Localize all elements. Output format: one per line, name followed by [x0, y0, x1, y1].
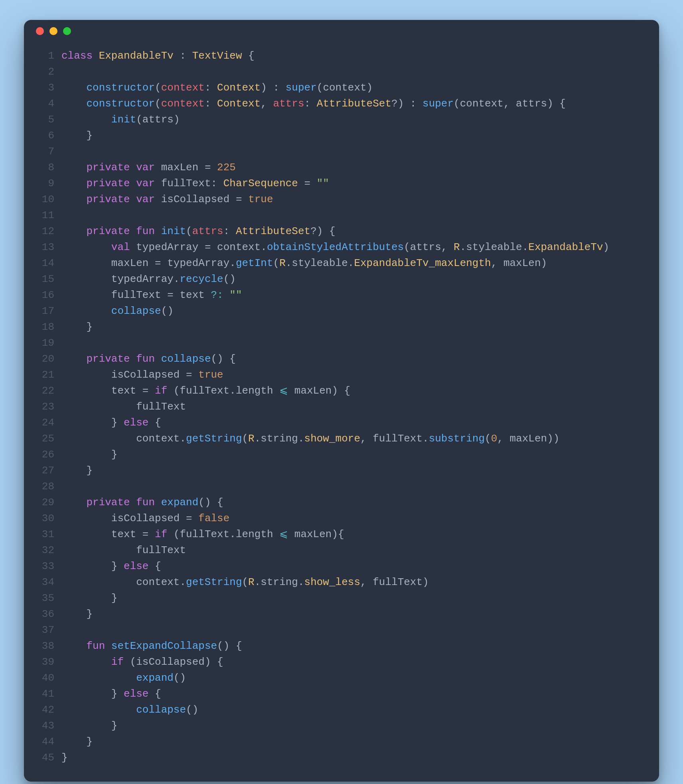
code-line[interactable]: 11 [35, 207, 648, 223]
code-line[interactable]: 42 collapse() [35, 702, 648, 718]
code-content: } [61, 447, 117, 463]
line-number: 5 [35, 112, 61, 128]
line-number: 35 [35, 590, 61, 606]
line-number: 3 [35, 80, 61, 96]
code-line[interactable]: 34 context.getString(R.string.show_less,… [35, 574, 648, 590]
code-line[interactable]: 24 } else { [35, 415, 648, 431]
line-number: 40 [35, 670, 61, 686]
code-line[interactable]: 3 constructor(context: Context) : super(… [35, 80, 648, 96]
zoom-icon[interactable] [63, 27, 71, 35]
code-content: } else { [61, 558, 161, 574]
code-content: fullText = text ?: "" [61, 287, 242, 303]
line-number: 31 [35, 526, 61, 542]
code-line[interactable]: 37 [35, 622, 648, 638]
code-line[interactable]: 20 private fun collapse() { [35, 351, 648, 367]
stage: 1class ExpandableTv : TextView {2 3 cons… [0, 0, 683, 784]
code-content: init(attrs) [61, 112, 180, 128]
code-line[interactable]: 13 val typedArray = context.obtainStyled… [35, 239, 648, 255]
code-content [61, 64, 68, 80]
code-line[interactable]: 25 context.getString(R.string.show_more,… [35, 431, 648, 447]
close-icon[interactable] [36, 27, 44, 35]
code-content: private var fullText: CharSequence = "" [61, 175, 329, 191]
code-line[interactable]: 12 private fun init(attrs: AttributeSet?… [35, 223, 648, 239]
code-line[interactable]: 8 private var maxLen = 225 [35, 160, 648, 175]
code-line[interactable]: 32 fullText [35, 542, 648, 558]
code-line[interactable]: 30 isCollapsed = false [35, 510, 648, 526]
code-line[interactable]: 19 [35, 335, 648, 351]
code-content: typedArray.recycle() [61, 271, 236, 287]
code-line[interactable]: 2 [35, 64, 648, 80]
line-number: 32 [35, 542, 61, 558]
code-content: maxLen = typedArray.getInt(R.styleable.E… [61, 255, 547, 271]
code-line[interactable]: 22 text = if (fullText.length ⩽ maxLen) … [35, 383, 648, 399]
code-window: 1class ExpandableTv : TextView {2 3 cons… [24, 20, 659, 782]
line-number: 43 [35, 718, 61, 734]
code-content: class ExpandableTv : TextView { [61, 48, 255, 64]
code-content: private var maxLen = 225 [61, 160, 236, 175]
code-line[interactable]: 36 } [35, 606, 648, 622]
line-number: 44 [35, 734, 61, 750]
code-line[interactable]: 10 private var isCollapsed = true [35, 191, 648, 207]
line-number: 2 [35, 64, 61, 80]
line-number: 23 [35, 399, 61, 415]
code-line[interactable]: 23 fullText [35, 399, 648, 415]
code-line[interactable]: 4 constructor(context: Context, attrs: A… [35, 96, 648, 112]
line-number: 21 [35, 367, 61, 383]
line-number: 4 [35, 96, 61, 112]
code-content: private fun expand() { [61, 494, 223, 510]
code-content: isCollapsed = false [61, 510, 229, 526]
code-line[interactable]: 6 } [35, 128, 648, 144]
code-line[interactable]: 44 } [35, 734, 648, 750]
code-content: } else { [61, 686, 161, 702]
line-number: 45 [35, 750, 61, 766]
code-line[interactable]: 18 } [35, 319, 648, 335]
code-line[interactable]: 43 } [35, 718, 648, 734]
code-line[interactable]: 33 } else { [35, 558, 648, 574]
code-content: } [61, 734, 93, 750]
code-content: context.getString(R.string.show_more, fu… [61, 431, 559, 447]
code-line[interactable]: 26 } [35, 447, 648, 463]
line-number: 17 [35, 303, 61, 319]
code-line[interactable]: 16 fullText = text ?: "" [35, 287, 648, 303]
code-line[interactable]: 14 maxLen = typedArray.getInt(R.styleabl… [35, 255, 648, 271]
code-line[interactable]: 1class ExpandableTv : TextView { [35, 48, 648, 64]
code-content: if (isCollapsed) { [61, 654, 223, 670]
code-content [61, 479, 68, 494]
code-content: collapse() [61, 303, 174, 319]
code-line[interactable]: 40 expand() [35, 670, 648, 686]
code-content: private var isCollapsed = true [61, 191, 273, 207]
line-number: 8 [35, 160, 61, 175]
code-content: private fun collapse() { [61, 351, 236, 367]
code-line[interactable]: 35 } [35, 590, 648, 606]
line-number: 41 [35, 686, 61, 702]
code-content: } [61, 128, 93, 144]
code-line[interactable]: 15 typedArray.recycle() [35, 271, 648, 287]
line-number: 28 [35, 479, 61, 494]
minimize-icon[interactable] [49, 27, 57, 35]
code-line[interactable]: 21 isCollapsed = true [35, 367, 648, 383]
code-line[interactable]: 31 text = if (fullText.length ⩽ maxLen){ [35, 526, 648, 542]
code-line[interactable]: 39 if (isCollapsed) { [35, 654, 648, 670]
code-content: isCollapsed = true [61, 367, 223, 383]
line-number: 15 [35, 271, 61, 287]
code-line[interactable]: 5 init(attrs) [35, 112, 648, 128]
code-content: context.getString(R.string.show_less, fu… [61, 574, 429, 590]
code-content [61, 144, 68, 160]
code-line[interactable]: 29 private fun expand() { [35, 494, 648, 510]
line-number: 10 [35, 191, 61, 207]
line-number: 38 [35, 638, 61, 654]
code-content: constructor(context: Context) : super(co… [61, 80, 373, 96]
code-editor[interactable]: 1class ExpandableTv : TextView {2 3 cons… [24, 42, 659, 782]
code-content: fun setExpandCollapse() { [61, 638, 242, 654]
code-line[interactable]: 41 } else { [35, 686, 648, 702]
code-line[interactable]: 9 private var fullText: CharSequence = "… [35, 175, 648, 191]
code-line[interactable]: 7 [35, 144, 648, 160]
code-line[interactable]: 45} [35, 750, 648, 766]
code-content [61, 207, 68, 223]
code-line[interactable]: 28 [35, 479, 648, 494]
code-line[interactable]: 17 collapse() [35, 303, 648, 319]
code-content: } [61, 606, 93, 622]
code-line[interactable]: 38 fun setExpandCollapse() { [35, 638, 648, 654]
code-line[interactable]: 27 } [35, 463, 648, 479]
code-content: } [61, 590, 117, 606]
